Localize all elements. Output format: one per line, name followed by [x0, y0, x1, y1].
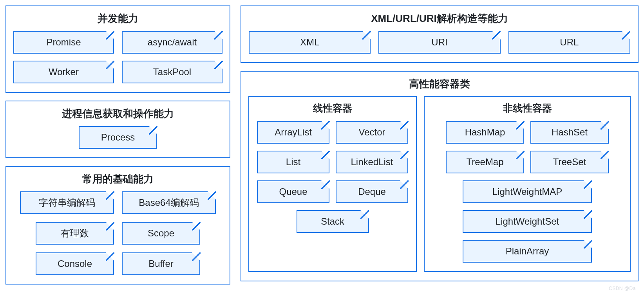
panel-title: XML/URL/URI解析构造等能力	[248, 12, 631, 25]
chip-taskpool: TaskPool	[122, 61, 223, 83]
panel-title: 进程信息获取和操作能力	[13, 107, 223, 121]
sub-title: 线性容器	[255, 102, 411, 115]
panel-concurrency: 并发能力 Promise async/await Worker TaskPool	[5, 5, 230, 93]
chip-worker: Worker	[13, 61, 114, 83]
chip-promise: Promise	[13, 31, 114, 54]
container-subpanels: 线性容器 ArrayList Vector List LinkedList Qu…	[248, 96, 631, 272]
chip-rational: 有理数	[36, 222, 114, 245]
sub-title: 非线性容器	[430, 102, 624, 115]
subpanel-linear: 线性容器 ArrayList Vector List LinkedList Qu…	[248, 96, 417, 272]
concurrency-items: Promise async/await Worker TaskPool	[13, 31, 223, 83]
chip-treemap: TreeMap	[446, 151, 524, 173]
nonlinear-items: HashMap HashSet TreeMap TreeSet LightWei…	[430, 121, 624, 263]
chip-lightweightset: LightWeightSet	[463, 210, 592, 233]
chip-lightweightmap: LightWeightMAP	[463, 180, 592, 203]
chip-base64: Base64编解码	[122, 191, 216, 214]
chip-scope: Scope	[122, 222, 200, 245]
chip-linkedlist: LinkedList	[336, 151, 408, 173]
chip-console: Console	[36, 252, 114, 275]
panel-process: 进程信息获取和操作能力 Process	[5, 101, 230, 158]
chip-process: Process	[79, 126, 157, 149]
chip-string-codec: 字符串编解码	[20, 191, 114, 214]
chip-queue: Queue	[257, 180, 329, 203]
chip-stack: Stack	[297, 210, 369, 233]
panel-parse: XML/URL/URI解析构造等能力 XML URI URL	[241, 5, 639, 63]
chip-list: List	[257, 151, 329, 173]
right-column: XML/URL/URI解析构造等能力 XML URI URL 高性能容器类 线性…	[241, 5, 639, 285]
chip-buffer: Buffer	[122, 252, 200, 275]
chip-deque: Deque	[336, 180, 408, 203]
left-column: 并发能力 Promise async/await Worker TaskPool…	[5, 5, 230, 285]
panel-basic: 常用的基础能力 字符串编解码 Base64编解码 有理数 Scope Conso…	[5, 166, 230, 285]
chip-uri: URI	[378, 31, 500, 54]
linear-items: ArrayList Vector List LinkedList Queue D…	[255, 121, 411, 233]
basic-items: 字符串编解码 Base64编解码 有理数 Scope Console Buffe…	[13, 191, 223, 275]
panel-title: 高性能容器类	[248, 77, 631, 91]
parse-items: XML URI URL	[248, 31, 631, 54]
chip-hashmap: HashMap	[446, 121, 524, 144]
watermark: CSDN @Da_	[609, 286, 639, 290]
chip-async-await: async/await	[122, 31, 223, 54]
chip-xml: XML	[249, 31, 371, 54]
panel-containers: 高性能容器类 线性容器 ArrayList Vector List Linked…	[241, 71, 639, 281]
chip-treeset: TreeSet	[530, 151, 609, 173]
diagram-layout: 并发能力 Promise async/await Worker TaskPool…	[5, 5, 639, 285]
process-items: Process	[13, 126, 223, 149]
subpanel-nonlinear: 非线性容器 HashMap HashSet TreeMap TreeSet Li…	[424, 96, 631, 272]
chip-hashset: HashSet	[530, 121, 609, 144]
panel-title: 并发能力	[13, 12, 223, 25]
chip-plainarray: PlainArray	[463, 240, 592, 263]
chip-vector: Vector	[336, 121, 408, 144]
chip-arraylist: ArrayList	[257, 121, 329, 144]
panel-title: 常用的基础能力	[13, 172, 223, 186]
chip-url: URL	[508, 31, 630, 54]
